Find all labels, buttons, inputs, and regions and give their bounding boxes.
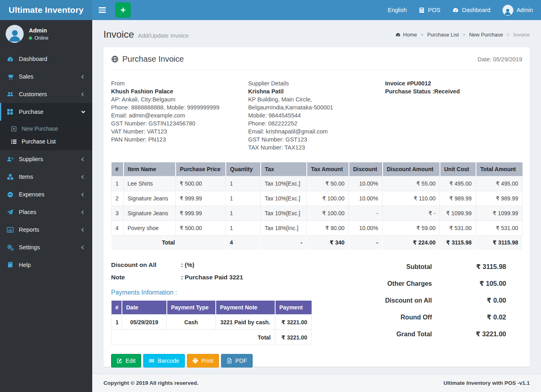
chevron-left-icon	[81, 157, 85, 161]
sidebar-item-label: Places	[19, 209, 77, 215]
sidebar-item-label: Customers	[19, 91, 77, 97]
edit-button[interactable]: Edit	[111, 354, 141, 368]
page-header: Invoice Add/Update Invoice Home > Purcha…	[92, 20, 541, 46]
breadcrumb-home[interactable]: Home	[395, 32, 417, 38]
sidebar-item-places[interactable]: Places	[0, 203, 92, 221]
user-status: Online	[29, 35, 49, 41]
barcode-icon	[149, 358, 154, 364]
cell: Tax 10%[Exc.]	[261, 176, 307, 191]
paper-plane-icon	[6, 209, 14, 216]
cell: 10.00%	[349, 191, 383, 206]
top-bar: Ultimate Inventory English POS	[0, 0, 541, 20]
invoice-summary: Subtotal ₹ 3115.98 Other Charges ₹ 105.0…	[362, 261, 522, 368]
pdf-button-label: PDF	[235, 358, 247, 364]
round-off-value: ₹ 0.02	[432, 313, 522, 321]
supplier-mobile: Mobile: 9844545544	[248, 111, 373, 119]
sidebar-toggle-icon[interactable]	[97, 0, 111, 20]
sidebar-item-items[interactable]: Items	[0, 168, 92, 186]
chevron-left-icon	[81, 192, 85, 196]
user-plus-icon	[6, 156, 14, 163]
from-block: From Khush Fashion Palace AP: Ankali, Ci…	[111, 79, 248, 152]
online-dot-icon	[29, 36, 32, 40]
from-heading: From	[111, 79, 236, 87]
chevron-left-icon	[81, 228, 85, 232]
supplier-phone: Phone: 082222252	[248, 119, 373, 127]
breadcrumb-new-purchase[interactable]: New Purchase	[469, 32, 503, 38]
invoice-card: Purchase Invoice Date: 05/29/2019 From K…	[103, 47, 530, 367]
cell: 1	[226, 206, 261, 220]
sidebar-item-purchase[interactable]: Purchase	[0, 103, 92, 121]
sidebar-item-new-purchase[interactable]: New Purchase	[0, 122, 92, 135]
nav-language[interactable]: English	[388, 7, 407, 13]
supplier-email: Email: krishnapatil@gmail.com	[248, 127, 373, 135]
sidebar-item-help[interactable]: Help	[0, 256, 92, 274]
sidebar-item-label: Items	[19, 174, 77, 180]
print-button[interactable]: Print	[187, 354, 219, 368]
col-header: Discount	[349, 162, 383, 176]
col-header: Total Amount	[476, 162, 523, 176]
sidebar-item-customers[interactable]: Customers	[0, 85, 92, 103]
page-title: Invoice	[103, 29, 134, 40]
cell: 3221 Paid by cash.	[216, 315, 275, 330]
chevron-left-icon	[81, 92, 85, 96]
app-logo[interactable]: Ultimate Inventory	[0, 0, 92, 20]
pdf-button[interactable]: PDF	[221, 354, 253, 368]
cell: Tax 18%[Inc.]	[261, 220, 307, 235]
quick-add-button[interactable]	[115, 2, 131, 18]
supplier-tax: TAX Number: TAX123	[248, 143, 373, 152]
col-header: Discount Amount	[383, 162, 440, 176]
cell: ₹ 531.00	[440, 220, 476, 235]
cell: -	[349, 206, 383, 220]
nav-pos[interactable]: POS	[419, 7, 440, 13]
breadcrumb-purchase-list-label: Purchase List	[427, 32, 459, 38]
purchase-submenu: New Purchase Purchase List	[0, 121, 92, 150]
cell: 1	[111, 176, 124, 191]
sidebar-item-purchase-list[interactable]: Purchase List	[0, 135, 92, 148]
cell: ₹ 110.00	[383, 191, 440, 206]
summary-round-off-row: Round Off ₹ 0.02	[362, 313, 522, 321]
nav-dashboard-label: Dashboard	[462, 7, 490, 13]
user-status-label: Online	[34, 35, 49, 41]
note-row: Note : Purchase Paid 3221	[111, 274, 336, 281]
sidebar-item-sales[interactable]: Sales	[0, 68, 92, 85]
summary-discount-value: ₹ 0.00	[432, 297, 522, 304]
sidebar-item-label: Purchase List	[22, 138, 56, 145]
calculator-icon	[419, 7, 425, 13]
cell: 10.00%	[349, 220, 383, 235]
minus-circle-icon	[6, 191, 14, 198]
sidebar-item-dashboard[interactable]: Dashboard	[0, 50, 92, 68]
barcode-button[interactable]: Barcode	[143, 354, 185, 368]
payments-heading: Payments Information :	[111, 289, 336, 296]
total-tax-amount: ₹ 340	[307, 235, 349, 250]
cell: ₹ 989.99	[440, 191, 476, 206]
sidebar-item-reports[interactable]: Reports	[0, 221, 92, 238]
col-header: #	[111, 301, 122, 315]
payments-total-label: Total	[111, 330, 275, 345]
total-unit-cost: ₹ 3115.98	[440, 235, 476, 250]
nav-language-label: English	[388, 7, 407, 13]
breadcrumb-separator: >	[507, 32, 510, 38]
sidebar-item-label: Help	[19, 262, 86, 268]
globe-icon	[111, 55, 119, 63]
invoice-date: Date: 05/29/2019	[478, 56, 522, 63]
breadcrumb-active: Invoice	[513, 32, 530, 38]
sidebar-item-label: Settings	[19, 244, 77, 251]
other-charges-value: ₹ 105.00	[432, 280, 522, 287]
nav-user-menu[interactable]: Admin	[503, 5, 533, 16]
sidebar-item-settings[interactable]: Settings	[0, 238, 92, 256]
breadcrumb-purchase-list[interactable]: Purchase List	[427, 32, 459, 38]
cell: 1	[111, 315, 122, 330]
user-avatar	[6, 25, 24, 43]
cell: 1	[226, 220, 261, 235]
list-icon	[10, 139, 17, 145]
cell: Cash	[167, 315, 216, 330]
nav-dashboard[interactable]: Dashboard	[452, 7, 490, 13]
gears-icon	[6, 244, 14, 251]
from-pan: PAN Number: PN123	[111, 135, 236, 143]
sidebar-item-suppliers[interactable]: Suppliers	[0, 150, 92, 168]
sidebar-item-expenses[interactable]: Expenses	[0, 186, 92, 203]
discount-on-all-row: Discount on All : (%)	[111, 261, 336, 269]
purchase-status: Purchase Status :Received	[385, 87, 510, 95]
table-row: 1 05/29/2019 Cash 3221 Paid by cash. ₹ 3…	[111, 315, 312, 330]
sidebar-item-label: Dashboard	[19, 56, 86, 62]
